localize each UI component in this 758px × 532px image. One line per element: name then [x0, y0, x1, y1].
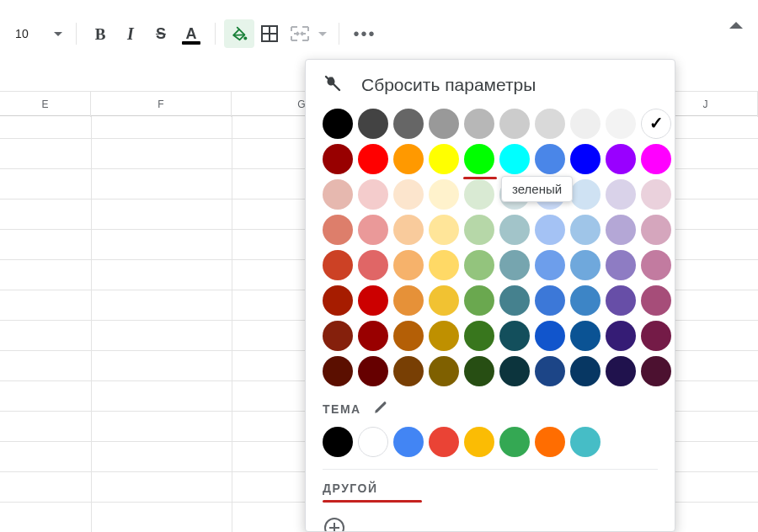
color-swatch[interactable]	[358, 109, 388, 139]
color-swatch[interactable]	[358, 321, 388, 351]
color-swatch[interactable]	[641, 285, 671, 316]
color-swatch[interactable]	[393, 179, 424, 210]
color-swatch[interactable]	[499, 215, 530, 245]
color-swatch[interactable]	[429, 144, 459, 174]
theme-color-swatch[interactable]	[358, 427, 388, 457]
custom-section[interactable]: ДРУГОЙ	[306, 470, 675, 503]
color-swatch[interactable]	[429, 179, 459, 210]
color-swatch[interactable]	[358, 285, 388, 316]
color-swatch[interactable]	[499, 109, 530, 139]
color-swatch[interactable]	[429, 321, 459, 351]
theme-color-swatch[interactable]	[429, 427, 459, 457]
color-swatch[interactable]	[464, 285, 494, 316]
fill-color-button[interactable]	[224, 19, 254, 48]
color-swatch[interactable]	[323, 144, 353, 174]
color-swatch[interactable]	[393, 215, 424, 245]
color-swatch[interactable]	[464, 109, 494, 139]
color-swatch[interactable]	[358, 250, 388, 280]
color-swatch[interactable]	[464, 215, 494, 245]
color-swatch[interactable]	[464, 250, 494, 280]
italic-button[interactable]: I	[115, 19, 146, 48]
color-swatch[interactable]	[429, 285, 459, 316]
color-swatch[interactable]	[570, 179, 601, 210]
color-swatch[interactable]	[323, 250, 353, 280]
color-swatch[interactable]	[323, 356, 353, 386]
color-swatch[interactable]	[323, 285, 353, 316]
color-swatch[interactable]	[535, 285, 565, 316]
color-swatch[interactable]	[641, 179, 671, 210]
merge-cells-dropdown[interactable]	[315, 32, 330, 36]
color-swatch[interactable]	[464, 144, 494, 174]
collapse-toolbar-button[interactable]	[729, 22, 743, 29]
color-swatch[interactable]	[535, 250, 565, 280]
theme-color-swatch[interactable]	[393, 427, 424, 457]
color-swatch[interactable]	[499, 144, 530, 174]
color-swatch[interactable]	[535, 215, 565, 245]
color-swatch[interactable]	[535, 356, 565, 386]
color-swatch[interactable]	[499, 250, 530, 280]
color-swatch[interactable]	[606, 144, 636, 174]
color-swatch[interactable]	[606, 215, 636, 245]
color-swatch[interactable]	[464, 321, 494, 351]
color-swatch[interactable]	[570, 109, 601, 139]
color-swatch[interactable]	[464, 356, 494, 386]
color-swatch[interactable]	[570, 215, 601, 245]
color-swatch[interactable]	[641, 144, 671, 174]
reset-colors-button[interactable]: Сбросить параметры	[306, 73, 675, 105]
color-swatch[interactable]	[393, 144, 424, 174]
color-swatch[interactable]	[606, 321, 636, 351]
theme-color-swatch[interactable]	[570, 427, 601, 457]
color-swatch[interactable]	[641, 321, 671, 351]
color-swatch[interactable]	[535, 179, 565, 210]
theme-color-swatch[interactable]	[535, 427, 565, 457]
color-swatch[interactable]: ✓	[641, 109, 671, 139]
color-swatch[interactable]	[323, 321, 353, 351]
more-tools-button[interactable]: •••	[348, 24, 382, 44]
color-swatch[interactable]	[393, 250, 424, 280]
strikethrough-button[interactable]: S	[146, 19, 176, 48]
merge-cells-button[interactable]	[285, 19, 315, 48]
color-swatch[interactable]	[570, 321, 601, 351]
theme-color-swatch[interactable]	[323, 427, 353, 457]
color-swatch[interactable]	[535, 144, 565, 174]
color-swatch[interactable]	[499, 179, 530, 210]
color-swatch[interactable]	[535, 109, 565, 139]
color-swatch[interactable]	[570, 285, 601, 316]
color-swatch[interactable]	[606, 179, 636, 210]
color-swatch[interactable]	[606, 109, 636, 139]
borders-button[interactable]	[254, 19, 285, 48]
color-swatch[interactable]	[429, 356, 459, 386]
color-swatch[interactable]	[393, 109, 424, 139]
color-swatch[interactable]	[606, 285, 636, 316]
add-custom-color-button[interactable]	[323, 516, 658, 532]
color-swatch[interactable]	[323, 179, 353, 210]
color-swatch[interactable]	[429, 109, 459, 139]
color-swatch[interactable]	[535, 321, 565, 351]
color-swatch[interactable]	[499, 321, 530, 351]
color-swatch[interactable]	[570, 144, 601, 174]
column-header[interactable]: E	[0, 92, 91, 117]
color-swatch[interactable]	[358, 215, 388, 245]
color-swatch[interactable]	[499, 285, 530, 316]
color-swatch[interactable]	[429, 250, 459, 280]
theme-color-swatch[interactable]	[499, 427, 530, 457]
color-swatch[interactable]	[358, 356, 388, 386]
color-swatch[interactable]	[570, 356, 601, 386]
bold-button[interactable]: B	[85, 19, 115, 48]
color-swatch[interactable]	[393, 356, 424, 386]
color-swatch[interactable]	[570, 250, 601, 280]
color-swatch[interactable]	[464, 179, 494, 210]
text-color-button[interactable]: A	[176, 19, 206, 48]
color-swatch[interactable]	[606, 250, 636, 280]
color-swatch[interactable]	[641, 250, 671, 280]
font-size-dropdown[interactable]: 10	[0, 21, 67, 46]
color-swatch[interactable]	[641, 356, 671, 386]
color-swatch[interactable]	[358, 144, 388, 174]
edit-theme-button[interactable]	[373, 400, 388, 418]
color-swatch[interactable]	[393, 285, 424, 316]
color-swatch[interactable]	[606, 356, 636, 386]
color-swatch[interactable]	[323, 215, 353, 245]
color-swatch[interactable]	[358, 179, 388, 210]
theme-color-swatch[interactable]	[464, 427, 494, 457]
color-swatch[interactable]	[323, 109, 353, 139]
